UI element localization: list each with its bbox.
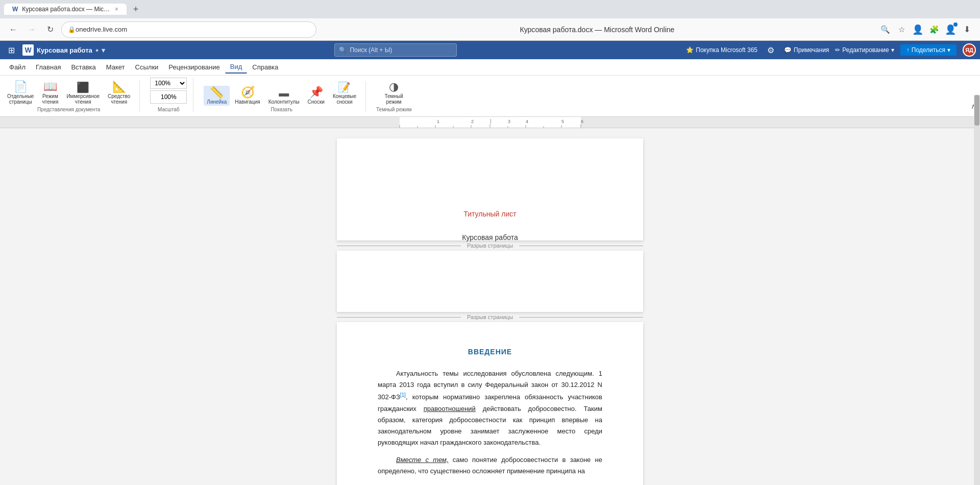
ruler-label: Линейка: [207, 99, 227, 105]
endnotes-icon: 📝: [338, 82, 351, 92]
headers-footers-icon: ▬: [279, 88, 289, 98]
browser-actions: 🔍 ☆ 👤 🧩 👤 ⬇: [878, 22, 974, 37]
show-group-label: Показать: [271, 107, 292, 112]
menu-item-layout[interactable]: Макет: [101, 61, 130, 73]
ruler-svg: 1 2 | 3 4 5 6: [369, 117, 611, 128]
immersive-label: Иммерсивноечтения: [66, 93, 100, 105]
address-bar[interactable]: 🔒 onedrive.live.com: [61, 21, 316, 38]
ribbon-darkmode-items: ◑ Темныйрежим: [382, 80, 406, 106]
buy-microsoft-button[interactable]: ⭐ Покупка Microsoft 365: [686, 46, 757, 54]
scale-100-label: 100%: [161, 93, 177, 101]
extensions-button[interactable]: 🧩: [927, 22, 941, 37]
svg-text:2: 2: [471, 119, 474, 124]
reading-mode-button[interactable]: 📖 Режимчтения: [39, 80, 61, 106]
browser-title: Курсовая работа.docx — Microsoft Word On…: [321, 26, 874, 34]
editing-dropdown-icon: ▾: [891, 46, 894, 54]
app-topbar: ⊞ W Курсовая работа ● ▾ 🔍 Поиск (Alt + Ы…: [0, 41, 980, 59]
reading-tool-label: Средствочтения: [108, 93, 130, 105]
page-break-2-line-left: [337, 317, 461, 318]
menu-item-review[interactable]: Рецензирование: [163, 61, 225, 73]
footnote-ref-1: [1]: [400, 392, 406, 398]
settings-icon: ⚙: [767, 45, 774, 55]
editing-button[interactable]: ✏ Редактирование ▾: [835, 46, 894, 54]
menu-bar: Файл Главная Вставка Макет Ссылки Реценз…: [0, 59, 980, 76]
download-button[interactable]: ⬇: [960, 22, 974, 37]
reading-mode-icon: 📖: [43, 81, 57, 92]
single-pages-button[interactable]: 📄 Отдельныестраницы: [4, 80, 37, 106]
app-settings-button[interactable]: ⚙: [764, 43, 778, 57]
bookmark-button[interactable]: ☆: [894, 22, 909, 37]
grid-icon: ⊞: [8, 45, 15, 55]
dark-mode-button[interactable]: ◑ Темныйрежим: [382, 80, 406, 106]
doc-dropdown-icon[interactable]: ▾: [102, 46, 105, 54]
save-indicator: ●: [95, 47, 99, 53]
underlined-word: правоотношений: [424, 405, 476, 413]
menu-item-view[interactable]: Вид: [225, 61, 248, 74]
intro-para-2: Вместе с тем, само понятие добросовестно…: [378, 454, 602, 477]
menu-item-home[interactable]: Главная: [31, 61, 66, 73]
footnotes-button[interactable]: 📌 Сноски: [305, 86, 328, 106]
ruler-button[interactable]: 📏 Линейка: [204, 86, 230, 106]
app-grid-button[interactable]: ⊞: [4, 43, 18, 57]
profile-avatar-button[interactable]: 👤: [943, 22, 958, 37]
forward-button[interactable]: →: [24, 22, 39, 37]
svg-text:|: |: [490, 118, 491, 124]
title-page: Титульный лист Курсовая работа Тема: «Ка…: [337, 138, 643, 240]
ribbon-group-scale: 100% 75% 125% 150% 100% Масштаб: [150, 78, 193, 112]
endnotes-button[interactable]: 📝 Концевыесноски: [330, 81, 359, 106]
vertical-scrollbar[interactable]: [974, 128, 980, 485]
menu-item-insert[interactable]: Вставка: [66, 61, 101, 73]
scale-select[interactable]: 100% 75% 125% 150%: [150, 78, 187, 89]
comments-label: Примечания: [794, 46, 829, 54]
title-page-subtitle: Курсовая работа: [378, 233, 602, 241]
doc-name: Курсовая работа: [37, 46, 92, 54]
ribbon: 📄 Отдельныестраницы 📖 Режимчтения ⬛ Имме…: [0, 76, 980, 117]
menu-item-references[interactable]: Ссылки: [130, 61, 164, 73]
browser-tab[interactable]: W Курсовая работа.docx — Microsoft Word …: [4, 4, 127, 15]
document-area[interactable]: Титульный лист Курсовая работа Тема: «Ка…: [0, 128, 980, 485]
svg-text:6: 6: [581, 119, 583, 124]
user-avatar[interactable]: ЯД: [963, 43, 976, 57]
scale-100-button[interactable]: 100%: [150, 90, 187, 104]
comments-button[interactable]: 💬 Примечания: [784, 46, 829, 54]
editing-icon: ✏: [835, 46, 840, 54]
svg-text:3: 3: [508, 119, 510, 124]
ribbon-group-views: 📄 Отдельныестраницы 📖 Режимчтения ⬛ Имме…: [4, 80, 140, 112]
new-tab-button[interactable]: +: [129, 2, 143, 16]
ribbon-group-show: 📏 Линейка 🧭 Навигация ▬ Колонтитулы 📌 Сн…: [204, 81, 366, 112]
footnotes-label: Сноски: [308, 99, 325, 105]
back-button[interactable]: ←: [6, 22, 20, 37]
lock-icon: 🔒: [68, 26, 76, 33]
views-group-label: Представления документа: [37, 107, 101, 112]
headers-footers-button[interactable]: ▬ Колонтитулы: [265, 87, 303, 106]
reading-tool-button[interactable]: 📐 Средствочтения: [105, 80, 133, 106]
menu-item-file[interactable]: Файл: [4, 61, 31, 73]
reading-tool-icon: 📐: [112, 81, 126, 92]
navigation-button[interactable]: 🧭 Навигация: [232, 86, 263, 106]
navigation-label: Навигация: [235, 99, 260, 105]
svg-text:1: 1: [437, 119, 439, 124]
share-button[interactable]: ↑ Поделиться ▾: [900, 44, 957, 56]
refresh-button[interactable]: ↻: [43, 22, 57, 37]
svg-text:4: 4: [526, 119, 528, 124]
user-icon: 👤: [912, 24, 923, 35]
endnotes-label: Концевыесноски: [333, 93, 356, 105]
share-icon: ↑: [906, 46, 910, 54]
user-profile-button[interactable]: 👤: [911, 22, 925, 37]
tab-title: Курсовая работа.docx — Microsoft Word On…: [22, 6, 111, 13]
single-pages-icon: 📄: [14, 81, 28, 92]
browser-search-button[interactable]: 🔍: [878, 22, 892, 37]
immersive-button[interactable]: ⬛ Иммерсивноечтения: [63, 81, 103, 106]
back-icon: ←: [9, 25, 17, 34]
ribbon-views-items: 📄 Отдельныестраницы 📖 Режимчтения ⬛ Имме…: [4, 80, 133, 106]
browser-tab-bar: W Курсовая работа.docx — Microsoft Word …: [0, 0, 980, 18]
search-icon: 🔍: [339, 46, 347, 54]
menu-item-help[interactable]: Справка: [247, 61, 283, 73]
word-letter: W: [24, 46, 31, 54]
url-text: onedrive.live.com: [76, 26, 127, 33]
tab-close-button[interactable]: ×: [115, 6, 118, 13]
ribbon-scale-items: 100% 75% 125% 150% 100%: [150, 78, 187, 104]
topbar-search-box[interactable]: 🔍 Поиск (Alt + Ы): [334, 43, 457, 57]
extensions-icon: 🧩: [929, 25, 939, 34]
page-break-2-line-right: [519, 317, 643, 318]
